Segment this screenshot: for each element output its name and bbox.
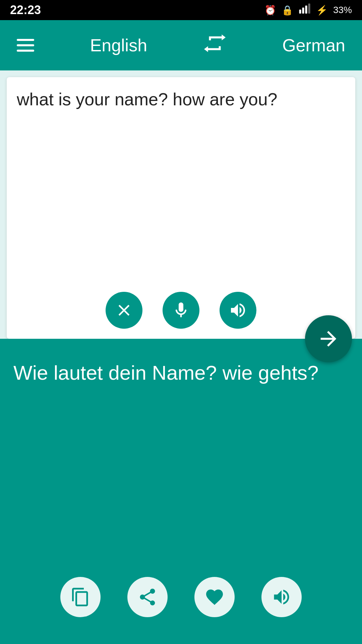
svg-rect-1 (302, 7, 304, 13)
translate-button[interactable] (305, 315, 352, 362)
source-language-selector[interactable]: English (90, 35, 147, 55)
status-bar: 22:23 ⏰ 🔒 ⚡ 33% (0, 0, 362, 20)
nav-bar: English German (0, 20, 362, 70)
sim-icon: 🔒 (282, 5, 293, 16)
speak-target-button[interactable] (261, 577, 302, 617)
svg-rect-3 (308, 3, 310, 13)
favorite-button[interactable] (194, 577, 235, 617)
output-action-bar (13, 577, 349, 631)
charging-icon: ⚡ (316, 5, 328, 16)
battery-text: 33% (333, 5, 352, 15)
output-section: Wie lautet dein Name? wie gehts? (0, 339, 362, 644)
alarm-icon: ⏰ (264, 5, 276, 16)
svg-rect-2 (305, 5, 307, 13)
speak-source-button[interactable] (220, 292, 256, 329)
status-time: 22:23 (10, 3, 41, 17)
signal-icon (299, 3, 311, 17)
status-icons: ⏰ 🔒 ⚡ 33% (264, 3, 352, 17)
input-wrapper: what is your name? how are you? (0, 70, 362, 339)
swap-languages-button[interactable] (203, 32, 227, 59)
target-language-selector[interactable]: German (282, 35, 345, 55)
copy-button[interactable] (60, 577, 101, 617)
menu-button[interactable] (17, 39, 34, 52)
source-text-input[interactable]: what is your name? how are you? (17, 87, 345, 255)
svg-rect-0 (299, 9, 301, 13)
input-action-bar (7, 292, 355, 329)
translated-text: Wie lautet dein Name? wie gehts? (13, 359, 349, 387)
input-section: what is your name? how are you? (7, 77, 355, 339)
microphone-button[interactable] (163, 292, 199, 329)
clear-button[interactable] (106, 292, 142, 329)
main-content: what is your name? how are you? (0, 70, 362, 644)
share-button[interactable] (127, 577, 168, 617)
